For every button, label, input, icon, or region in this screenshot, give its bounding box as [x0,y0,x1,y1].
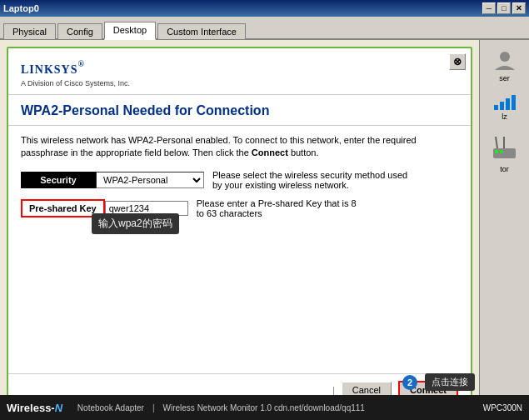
title-bar: Laptop0 ─ □ ✕ [0,0,529,17]
bottom-product-name: Notebook Adapter [75,403,144,412]
annotation-2-circle: 2 [402,375,417,390]
window-controls: ─ □ ✕ [482,2,526,14]
main-content: ⊗ LINKSYS® A Division of Cisco Systems, … [0,40,529,414]
maximize-button[interactable]: □ [497,2,511,14]
security-label: Security [21,172,96,188]
security-row: Security WPA2-Personal WPA-Personal WEP … [21,170,458,190]
tab-bar: Physical Config Desktop Custom Interface [0,17,529,40]
security-select[interactable]: WPA2-Personal WPA-Personal WEP [96,172,204,188]
router-icon [490,133,519,162]
svg-point-4 [495,150,498,153]
signal-bars-icon [494,95,516,110]
linksys-logo: LINKSYS® [21,57,458,78]
bottom-site-info: cdn.net/download/qq111 [272,403,365,412]
security-note: Please select the wireless security meth… [212,170,412,190]
preshared-note: Please enter a Pre-shared Key that is 8 … [197,198,363,218]
close-window-button[interactable]: ✕ [512,2,526,14]
linksys-subtitle: A Division of Cisco Systems, Inc. [21,79,458,88]
svg-line-2 [496,137,497,148]
right-panel-router: tor [490,133,519,173]
right-panel-user: ser [493,48,517,82]
svg-point-5 [500,150,503,153]
dialog-title: WPA2-Personal Needed for Connection [8,95,471,126]
window-title: Laptop0 [3,3,482,13]
tab-custom-interface[interactable]: Custom Interface [157,23,246,39]
dialog-body: This wireless network has WPA2-Personal … [8,126,471,235]
dialog-box: ⊗ LINKSYS® A Division of Cisco Systems, … [7,47,472,408]
bottom-bar: Wireless-N Notebook Adapter | Wireless N… [0,395,529,420]
dialog-area: ⊗ LINKSYS® A Division of Cisco Systems, … [0,40,479,414]
svg-point-0 [500,52,510,62]
bottom-bar-logo: Wireless-N [7,402,62,414]
dialog-description: This wireless network has WPA2-Personal … [21,134,458,160]
annotation-1: 1 输入wpa2的密码 [92,217,111,232]
svg-rect-1 [493,148,516,158]
annotation-1-tooltip: 输入wpa2的密码 [92,213,179,234]
right-panel: ser lz tor [479,40,529,414]
annotation-2: 2 点击连接 [402,373,475,391]
right-panel-signal: lz [494,95,516,121]
dialog-close-button[interactable]: ⊗ [449,53,466,70]
linksys-header: LINKSYS® A Division of Cisco Systems, In… [8,48,471,95]
user-icon [493,48,517,72]
footer-divider: | [332,385,335,395]
wireless-brand: Wireless-N [7,402,62,414]
bottom-network-info: Wireless Network Monitor 1.0 [163,403,272,412]
preshared-row: Pre-shared Key Please enter a Pre-shared… [21,198,458,218]
annotation-2-tooltip: 点击连接 [425,373,475,391]
tab-config[interactable]: Config [57,23,102,39]
bottom-model: WPC300N [483,403,522,412]
tab-physical[interactable]: Physical [3,23,56,39]
minimize-button[interactable]: ─ [482,2,496,14]
tab-desktop[interactable]: Desktop [104,22,156,40]
